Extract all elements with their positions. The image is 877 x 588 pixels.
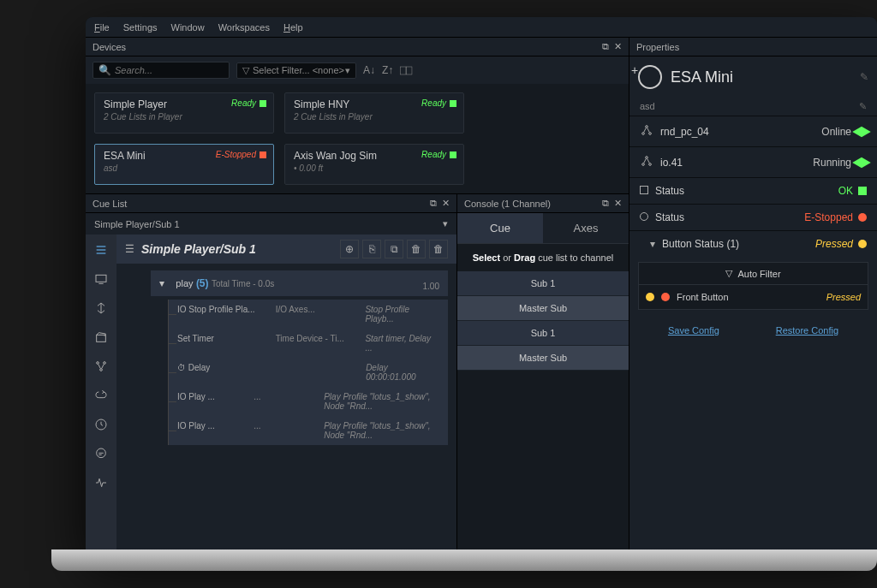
duplicate-icon[interactable]: ⎘ [362, 240, 381, 258]
device-status: Ready [421, 150, 456, 159]
columns-icon[interactable]: ⎕⎕ [400, 64, 412, 76]
clock-icon[interactable] [92, 416, 110, 433]
device-card[interactable]: ESA Mini asd E-Stopped [94, 144, 274, 185]
monitor-icon[interactable] [92, 270, 110, 288]
graph-icon[interactable] [92, 358, 110, 375]
sort-desc-icon[interactable]: Z↑ [382, 64, 393, 76]
chat-icon[interactable] [92, 445, 110, 462]
search-input[interactable] [115, 65, 224, 75]
cue-col3: Play Profile "lotus_1_show", Node "Rnd..… [324, 421, 439, 440]
properties-subtitle: asd [640, 101, 655, 112]
cuelist-dropdown[interactable]: Simple Player/Sub 1 ▾ [86, 213, 456, 235]
close-icon[interactable]: ✕ [442, 198, 450, 209]
console-panel: Console (1 Channel) ⧉ ✕ Cue Axes [457, 194, 629, 554]
device-card-subtitle: • 0.00 ft [294, 163, 455, 173]
cue-play-row[interactable]: ▾ play (5) Total Time - 0.0s 1.00 [151, 270, 448, 296]
console-item[interactable]: Sub 1 [457, 271, 629, 296]
tab-cue[interactable]: Cue [457, 213, 543, 243]
property-value: E-Stopped [804, 211, 853, 223]
properties-row[interactable]: ▾ Button Status (1) Pressed [629, 230, 877, 257]
chevron-icon: ▾ [650, 238, 655, 250]
close-icon[interactable]: ✕ [614, 198, 622, 209]
device-card[interactable]: Simple Player 2 Cue Lists in Player Read… [94, 92, 274, 134]
cue-col3: Delay 00:00:01.000 [366, 363, 439, 382]
menu-window[interactable]: Window [171, 22, 205, 33]
cue-col3: Start timer, Delay ... [365, 334, 439, 353]
svg-point-13 [646, 126, 648, 128]
popout-icon[interactable]: ⧉ [602, 41, 609, 52]
add-icon[interactable]: + [631, 63, 638, 77]
loop-icon[interactable] [92, 387, 110, 404]
status-box-icon [450, 151, 456, 158]
device-circle-icon [638, 65, 662, 89]
menu-help[interactable]: Help [283, 22, 303, 33]
cue-row[interactable]: ⏱ Delay Delay 00:00:01.000 [168, 358, 448, 387]
trash-icon[interactable]: 🗑 [429, 240, 448, 258]
devices-panel: Devices ⧉ ✕ 🔍 ▽ Select Filt [86, 38, 629, 194]
property-value: Running [813, 157, 851, 169]
chevron-down-icon: ▾ [345, 65, 350, 76]
close-icon[interactable]: ✕ [614, 41, 622, 52]
edit-icon[interactable]: ✎ [860, 71, 868, 83]
properties-row[interactable]: rnd_pc_04 Online [629, 116, 877, 146]
cue-row[interactable]: IO Play ... ... Play Profile "lotus_1_sh… [168, 387, 448, 416]
property-label: rnd_pc_04 [660, 126, 709, 138]
status-box-icon [260, 151, 266, 158]
filter-dropdown[interactable]: ▽ Select Filter... <none> ▾ [236, 62, 356, 79]
delete-icon[interactable]: 🗑 [407, 240, 426, 258]
devices-title: Devices [92, 42, 126, 52]
svg-point-16 [646, 157, 648, 159]
network-icon [640, 154, 653, 170]
svg-point-12 [649, 133, 652, 135]
console-item[interactable]: Master Sub [457, 346, 629, 371]
collapse-icon[interactable]: ▾ [159, 277, 164, 289]
svg-point-6 [97, 362, 99, 365]
console-item[interactable]: Master Sub [457, 296, 629, 321]
network-icon [640, 123, 653, 140]
properties-row[interactable]: Status E-Stopped [629, 204, 877, 230]
status-circle-icon [858, 240, 867, 248]
device-card-subtitle: asd [104, 163, 265, 173]
cue-col2 [276, 363, 352, 382]
svg-point-11 [642, 133, 645, 135]
cue-col3: Play Profile "lotus_1_show", Node "Rnd..… [324, 392, 439, 411]
save-config-link[interactable]: Save Config [668, 325, 719, 336]
menu-file[interactable]: File [94, 22, 110, 33]
chevron-down-icon: ▾ [443, 218, 448, 229]
pulse-icon[interactable] [92, 474, 110, 491]
edit-icon[interactable]: ✎ [859, 101, 867, 112]
menu-settings[interactable]: Settings [123, 22, 158, 33]
square-icon [640, 185, 648, 197]
arrows-icon[interactable] [92, 300, 110, 317]
popout-icon[interactable]: ⧉ [602, 198, 609, 209]
cue-row[interactable]: IO Play ... ... Play Profile "lotus_1_sh… [168, 416, 448, 445]
copy-icon[interactable]: ⧉ [385, 240, 403, 258]
list-icon[interactable] [92, 241, 110, 258]
svg-point-14 [642, 163, 645, 166]
properties-row[interactable]: Status OK [629, 177, 877, 204]
auto-filter-button[interactable]: ▽ Auto Filter [639, 263, 868, 285]
property-label: Button Status (1) [662, 238, 739, 250]
console-item[interactable]: Sub 1 [457, 321, 629, 346]
device-card[interactable]: Axis Wan Jog Sim • 0.00 ft Ready [284, 144, 464, 185]
cue-row[interactable]: IO Stop Profile Pla... I/O Axes... Stop … [168, 300, 448, 329]
add-icon[interactable]: ⊕ [340, 240, 359, 258]
cue-col1: IO Play ... [177, 421, 240, 440]
filter-item[interactable]: Front Button Pressed [639, 285, 868, 309]
tab-axes[interactable]: Axes [543, 213, 629, 243]
search-box[interactable]: 🔍 [92, 62, 230, 79]
menu-workspaces[interactable]: Workspaces [218, 22, 270, 33]
properties-row[interactable]: io.41 Running [629, 146, 877, 177]
cue-row[interactable]: Set Timer Time Device - Ti... Start time… [168, 329, 448, 358]
cuelist-panel: Cue List ⧉ ✕ Simple Player/Sub 1 ▾ [86, 194, 457, 554]
cue-col1: ⏱ Delay [177, 363, 262, 382]
status-box-icon [450, 100, 456, 107]
device-card[interactable]: Simple HNY 2 Cue Lists in Player Ready [284, 92, 464, 134]
sort-asc-icon[interactable]: A↓ [363, 64, 375, 76]
cue-col2: Time Device - Ti... [276, 334, 352, 353]
restore-config-link[interactable]: Restore Config [776, 325, 838, 336]
popout-icon[interactable]: ⧉ [430, 198, 437, 209]
clapboard-icon[interactable] [92, 329, 110, 346]
device-status: Ready [421, 98, 456, 108]
status-square-icon [858, 187, 867, 195]
